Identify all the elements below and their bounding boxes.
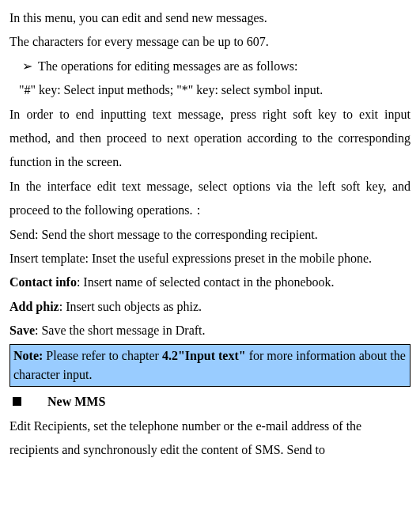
bullet-item: The operations for editing messages are …	[9, 55, 411, 78]
label-text: : Insert name of selected contact in the…	[77, 275, 335, 289]
body-text: Insert template: Inset the useful expres…	[9, 247, 411, 271]
label-save: Save	[9, 324, 35, 337]
body-text: Save: Save the short message in Draft.	[9, 319, 411, 342]
note-label: Note:	[13, 349, 43, 362]
label-contact-info: Contact info	[9, 275, 77, 289]
body-text: Edit Recipients, set the telephone numbe…	[9, 414, 411, 463]
section-heading-new-mms: New MMS	[9, 390, 411, 414]
note-text: Please refer to chapter	[43, 349, 162, 362]
label-text: : Insert such objects as phiz.	[59, 300, 202, 313]
body-text: Contact info: Insert name of selected co…	[9, 271, 411, 294]
body-text: Send: Send the short message to the corr…	[9, 223, 411, 247]
body-text: Add phiz: Insert such objects as phiz.	[9, 295, 411, 319]
note-box: Note: Please refer to chapter 4.2"Input …	[9, 344, 411, 387]
body-text: The characters for every message can be …	[9, 30, 411, 54]
label-text: : Save the short message in Draft.	[35, 324, 206, 337]
label-add-phiz: Add phiz	[9, 300, 59, 313]
body-text: In order to end inputting text message, …	[9, 103, 411, 175]
body-text: In the interface edit text message, sele…	[9, 175, 411, 223]
body-text: In this menu, you can edit and send new …	[9, 6, 411, 30]
note-ref: 4.2"Input text"	[162, 349, 246, 362]
body-text: "#" key: Select input methods; "*" key: …	[9, 78, 411, 102]
